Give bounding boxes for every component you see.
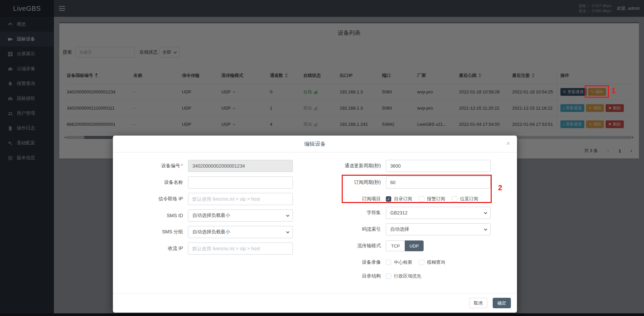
recv-ip-input[interactable] [188, 242, 293, 255]
directory-subscribe-checkbox[interactable]: ✓目录订阅 [386, 196, 412, 202]
modal-footer: 取消 确定 [113, 293, 517, 313]
field-subscribe-items: 订阅项目 ✓目录订阅 报警订阅 位置订阅 [319, 195, 478, 203]
signal-ip-input[interactable] [188, 193, 293, 205]
cancel-button[interactable]: 取消 [469, 298, 487, 308]
channel-refresh-input[interactable] [386, 160, 491, 172]
field-dir-structure: 目录结构 行政区域优先 [319, 272, 421, 280]
sms-id-select[interactable]: 自动选择负载最小 [188, 209, 293, 222]
fuzzy-query-checkbox[interactable]: 模糊查询 [419, 259, 445, 265]
field-device-name: 设备名称 [126, 176, 293, 189]
subscribe-period-input[interactable] [386, 176, 491, 189]
field-recv-ip: 收流 IP [126, 242, 293, 255]
device-name-input[interactable] [188, 176, 293, 189]
close-icon[interactable]: × [506, 140, 510, 147]
modal-title: 编辑设备 [113, 136, 517, 152]
unchecked-checkbox-icon[interactable] [419, 196, 424, 202]
unchecked-checkbox-icon[interactable] [386, 274, 391, 279]
field-device-id: 设备编号* [126, 160, 293, 172]
admin-region-priority-checkbox[interactable]: 行政区域优先 [386, 273, 421, 279]
modal-header: 编辑设备 × [113, 136, 517, 152]
udp-toggle-button[interactable]: UDP [405, 240, 424, 251]
field-stream-mode: 流传输模式 TCP UDP [319, 240, 424, 252]
position-subscribe-checkbox[interactable]: 位置订阅 [452, 196, 478, 202]
stream-mode-toggle: TCP UDP [386, 240, 424, 251]
unchecked-checkbox-icon[interactable] [419, 260, 424, 265]
unchecked-checkbox-icon[interactable] [386, 260, 391, 265]
alarm-subscribe-checkbox[interactable]: 报警订阅 [419, 196, 445, 202]
field-sms-id: SMS ID 自动选择负载最小 [126, 209, 293, 222]
field-channel-refresh: 通道更新周期(秒) [319, 160, 491, 172]
edit-device-modal: 编辑设备 × 设备编号* 设备名称 信令联络 IP SMS ID 自动选择负载最… [113, 136, 517, 313]
field-stream-index: 码流索引 自动选择 [319, 223, 491, 235]
chevron-down-icon [484, 227, 487, 231]
charset-select[interactable]: GB2312 [386, 207, 491, 219]
field-subscribe-period: 订阅周期(秒) [319, 176, 491, 189]
confirm-button[interactable]: 确定 [493, 298, 511, 308]
stream-index-select[interactable]: 自动选择 [386, 223, 491, 235]
field-charset: 字符集 GB2312 [319, 207, 491, 219]
tcp-toggle-button[interactable]: TCP [386, 240, 405, 251]
checked-checkbox-icon[interactable]: ✓ [386, 196, 391, 202]
device-id-input [188, 160, 293, 172]
chevron-down-icon [286, 230, 289, 233]
field-signal-ip: 信令联络 IP [126, 193, 293, 205]
field-sms-group: SMS 分组 自动选择负载最小 [126, 226, 293, 238]
required-mark: * [181, 163, 183, 168]
sms-group-select[interactable]: 自动选择负载最小 [188, 226, 293, 238]
center-search-checkbox[interactable]: 中心检索 [386, 259, 412, 265]
chevron-down-icon [484, 211, 487, 214]
unchecked-checkbox-icon[interactable] [452, 196, 457, 202]
field-device-record: 设备录像 中心检索 模糊查询 [319, 258, 445, 266]
chevron-down-icon [286, 213, 289, 217]
